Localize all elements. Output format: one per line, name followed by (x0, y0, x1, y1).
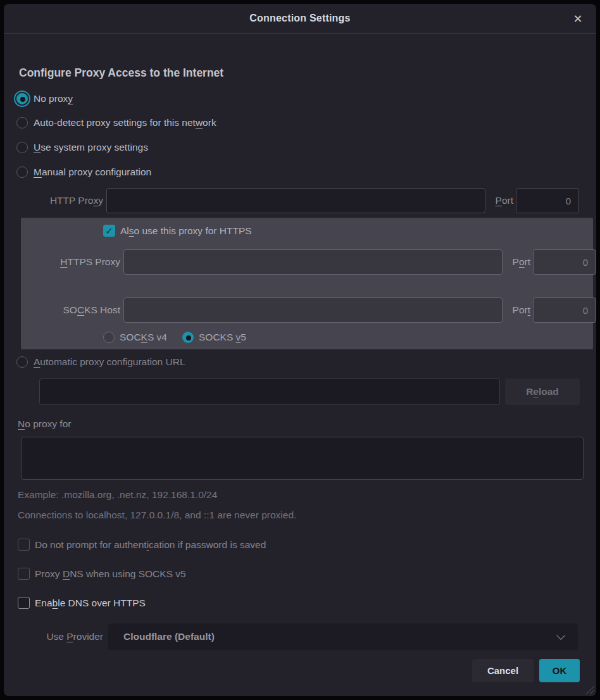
radio-manual-input[interactable] (16, 166, 28, 178)
radio-socks-v5-label: SOCKS v5 (199, 332, 246, 343)
https-port-label: Port (503, 249, 530, 275)
checkbox-proxy-dns-row[interactable]: Proxy DNS when using SOCKS v5 (18, 568, 186, 580)
radio-auto-url-input[interactable] (16, 356, 28, 368)
radio-socks-v4-input[interactable] (103, 332, 115, 343)
checkbox-doh[interactable] (18, 597, 30, 609)
section-heading: Configure Proxy Access to the Internet (19, 66, 223, 80)
page-title: Connection Settings (249, 13, 350, 24)
no-proxy-for-label: No proxy for (18, 418, 71, 430)
radio-socks-v4[interactable]: SOCKS v4 (103, 332, 167, 343)
also-https-checkbox[interactable]: ✓ (103, 225, 115, 237)
titlebar: Connection Settings ✕ (4, 4, 596, 34)
provider-dropdown[interactable]: Cloudflare (Default) (108, 623, 578, 650)
checkbox-auth-label: Do not prompt for authentication if pass… (35, 539, 266, 551)
checkbox-doh-label: Enable DNS over HTTPS (35, 597, 146, 609)
https-proxy-input[interactable] (123, 249, 503, 275)
radio-auto-url[interactable]: Automatic proxy configuration URL (16, 354, 185, 370)
radio-socks-v4-label: SOCKS v4 (120, 332, 167, 343)
checkbox-doh-row[interactable]: Enable DNS over HTTPS (18, 597, 146, 609)
http-proxy-label: HTTP Proxy (4, 188, 103, 213)
https-socks-panel: ✓ Also use this proxy for HTTPS HTTPS Pr… (21, 218, 593, 349)
radio-no-proxy-input[interactable] (16, 93, 28, 104)
provider-dropdown-value: Cloudflare (Default) (123, 631, 556, 642)
close-icon: ✕ (573, 12, 582, 26)
auto-url-input[interactable] (39, 378, 500, 405)
radio-auto-detect[interactable]: Auto-detect proxy settings for this netw… (16, 115, 216, 131)
checkbox-proxy-dns-label: Proxy DNS when using SOCKS v5 (35, 568, 186, 580)
radio-manual-label: Manual proxy configuration (34, 166, 151, 178)
close-button[interactable]: ✕ (570, 11, 586, 27)
radio-use-system-label: Use system proxy settings (34, 142, 148, 153)
checkbox-auth[interactable] (18, 539, 30, 551)
socks-port-label: Port (503, 297, 530, 323)
ok-button[interactable]: OK (539, 659, 580, 682)
radio-socks-v5[interactable]: SOCKS v5 (182, 332, 246, 343)
https-proxy-label: HTTPS Proxy (21, 249, 120, 275)
connection-settings-dialog: Connection Settings ✕ Configure Proxy Ac… (4, 4, 596, 696)
reload-button[interactable]: Reload (505, 378, 580, 405)
https-port-input[interactable] (533, 249, 596, 275)
example-hint: Example: .mozilla.org, .net.nz, 192.168.… (18, 489, 217, 501)
chevron-down-icon (556, 631, 565, 640)
radio-manual[interactable]: Manual proxy configuration (16, 164, 151, 180)
socks-port-input[interactable] (533, 297, 596, 323)
screen: Connection Settings ✕ Configure Proxy Ac… (0, 0, 600, 700)
radio-auto-detect-input[interactable] (16, 117, 28, 128)
cancel-button[interactable]: Cancel (472, 659, 534, 682)
http-proxy-input[interactable] (106, 188, 485, 213)
radio-no-proxy[interactable]: No proxy (16, 91, 73, 107)
also-https-label: Also use this proxy for HTTPS (120, 225, 252, 237)
radio-auto-detect-label: Auto-detect proxy settings for this netw… (34, 117, 216, 128)
use-provider-label: Use Provider (4, 624, 103, 649)
radio-use-system-input[interactable] (16, 142, 28, 153)
radio-use-system[interactable]: Use system proxy settings (16, 139, 148, 156)
radio-no-proxy-label: No proxy (34, 93, 73, 104)
checkbox-auth-row[interactable]: Do not prompt for authentication if pass… (18, 539, 266, 551)
socks-host-input[interactable] (123, 297, 503, 323)
checkbox-proxy-dns[interactable] (18, 568, 30, 580)
also-https-checkbox-row[interactable]: ✓ Also use this proxy for HTTPS (103, 225, 252, 237)
http-port-input[interactable] (516, 188, 579, 213)
check-icon: ✓ (105, 225, 113, 237)
http-port-label: Port (485, 188, 513, 213)
radio-auto-url-label: Automatic proxy configuration URL (34, 356, 185, 368)
radio-socks-v5-input[interactable] (182, 332, 194, 343)
socks-host-label: SOCKS Host (21, 297, 120, 323)
resize-grip[interactable] (585, 685, 594, 694)
localhost-note: Connections to localhost, 127.0.0.1/8, a… (18, 509, 296, 521)
no-proxy-for-textarea[interactable] (21, 437, 584, 480)
